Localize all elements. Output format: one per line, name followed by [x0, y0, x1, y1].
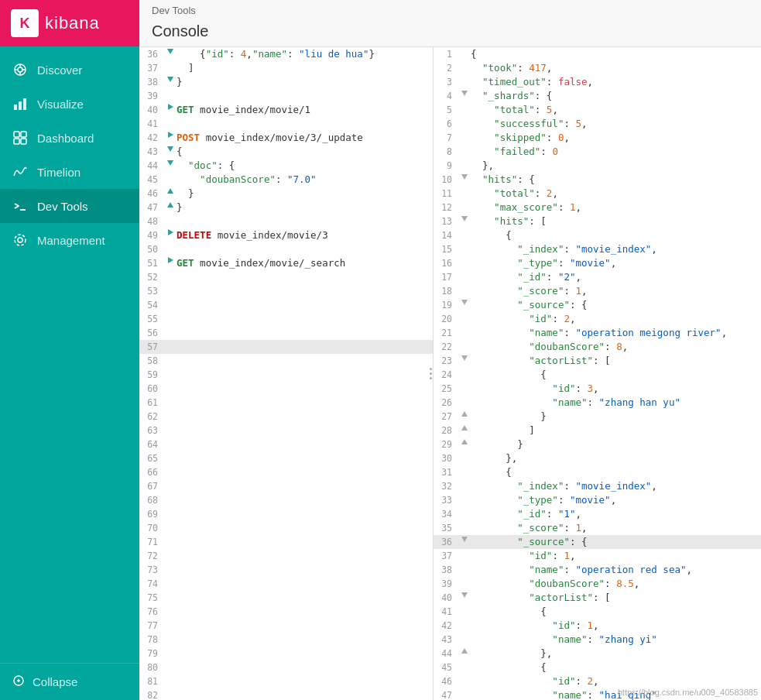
panel-divider[interactable]: [427, 359, 434, 389]
response-panel[interactable]: 1{2 "took": 417,3 "timed_out": false,4 "…: [434, 47, 761, 700]
gutter-icon[interactable]: [164, 256, 177, 264]
response-gutter-icon[interactable]: [458, 647, 471, 654]
response-line-number: 34: [434, 507, 458, 521]
response-line-content: {: [471, 228, 761, 242]
line-number: 76: [139, 605, 164, 619]
editor-line: 57: [139, 340, 433, 354]
gutter-icon[interactable]: [164, 145, 177, 153]
gutter-icon[interactable]: [164, 228, 177, 236]
svg-marker-25: [168, 229, 173, 235]
response-line: 34 "_id": "1",: [434, 507, 761, 521]
response-line: 5 "total": 5,: [434, 103, 761, 117]
svg-marker-24: [167, 202, 173, 208]
svg-rect-7: [19, 101, 22, 110]
response-line: 28 ]: [434, 424, 761, 438]
response-gutter-icon[interactable]: [458, 298, 471, 306]
response-line-content: "hits": [: [471, 214, 761, 228]
sidebar-item-visualize[interactable]: Visualize: [0, 87, 139, 121]
response-line-number: 10: [434, 173, 458, 187]
svg-point-15: [15, 235, 26, 245]
response-line-number: 21: [434, 326, 458, 340]
response-line-number: 43: [434, 633, 458, 647]
response-line-content: "doubanScore": 8,: [471, 340, 761, 354]
response-line: 45 {: [434, 661, 761, 674]
editor-line: 81: [139, 674, 433, 688]
sidebar-item-management[interactable]: Management: [0, 223, 139, 257]
response-line-content: "timed_out": false,: [471, 75, 761, 89]
gutter-icon[interactable]: [164, 201, 177, 208]
response-line: 9 },: [434, 159, 761, 173]
response-gutter-icon[interactable]: [458, 89, 471, 97]
editor-line: 45 "doubanScore": "7.0": [139, 173, 433, 187]
response-line: 18 "_score": 1,: [434, 284, 761, 298]
editor-line: 68: [139, 493, 433, 507]
gutter-icon[interactable]: [164, 159, 177, 166]
response-line-content: {: [471, 368, 761, 382]
response-gutter-icon[interactable]: [458, 173, 471, 180]
line-number: 57: [139, 340, 164, 354]
editor-line: 51GET movie_index/movie/_search: [139, 256, 433, 270]
line-number: 48: [139, 214, 164, 228]
response-line-number: 41: [434, 605, 458, 619]
gutter-icon[interactable]: [164, 103, 177, 111]
response-gutter-icon[interactable]: [458, 410, 471, 417]
sidebar-item-timelion[interactable]: Timelion: [0, 155, 139, 189]
line-number: 62: [139, 410, 164, 424]
editor-line: 53: [139, 284, 433, 298]
response-gutter-icon[interactable]: [458, 424, 471, 431]
line-number: 60: [139, 382, 164, 396]
gutter-icon[interactable]: [164, 47, 177, 55]
gutter-icon[interactable]: [164, 187, 177, 194]
response-line-number: 20: [434, 312, 458, 326]
response-line-number: 1: [434, 47, 458, 61]
response-line-number: 32: [434, 479, 458, 493]
response-line-content: "id": 3,: [471, 382, 761, 396]
logo-area: K kibana: [0, 0, 139, 46]
response-gutter-icon[interactable]: [458, 214, 471, 222]
editor-line: 38}: [139, 75, 433, 89]
line-number: 45: [139, 173, 164, 187]
response-line-content: }: [471, 438, 761, 451]
gutter-icon[interactable]: [164, 75, 177, 83]
response-line: 35 "_score": 1,: [434, 521, 761, 535]
response-gutter-icon[interactable]: [458, 591, 471, 599]
response-gutter-icon[interactable]: [458, 354, 471, 362]
response-line-number: 45: [434, 661, 458, 674]
response-line: 12 "max_score": 1,: [434, 201, 761, 214]
editor-line: 74: [139, 577, 433, 591]
editor-code-area[interactable]: 36 {"id": 4,"name": "liu de hua"}37 ]38}…: [139, 47, 433, 700]
svg-marker-28: [461, 174, 468, 180]
line-content: GET movie_index/movie/_search: [177, 256, 433, 270]
response-line: 21 "name": "operation meigong river",: [434, 326, 761, 340]
svg-marker-32: [461, 411, 468, 417]
response-line-content: "name": "zhang han yu": [471, 396, 761, 410]
response-gutter-icon[interactable]: [458, 535, 471, 543]
response-line: 37 "id": 1,: [434, 549, 761, 563]
line-number: 61: [139, 396, 164, 410]
response-line-content: "name": "operation meigong river",: [471, 326, 761, 340]
line-number: 73: [139, 563, 164, 577]
sidebar-item-discover[interactable]: Discover: [0, 53, 139, 87]
dashboard-icon: [12, 130, 28, 146]
editor-line: 61: [139, 396, 433, 410]
editor-line: 40GET movie_index/movie/1: [139, 103, 433, 117]
response-line: 16 "_type": "movie",: [434, 256, 761, 270]
line-number: 66: [139, 465, 164, 479]
response-line-number: 2: [434, 61, 458, 75]
response-line-content: ]: [471, 424, 761, 438]
response-line-content: "name": "operation red sea",: [471, 563, 761, 577]
editor-line: 70: [139, 521, 433, 535]
response-gutter-icon[interactable]: [458, 438, 471, 445]
sidebar-item-devtools[interactable]: Dev Tools: [0, 189, 139, 223]
sidebar-item-dashboard[interactable]: Dashboard: [0, 121, 139, 155]
response-line-number: 18: [434, 284, 458, 298]
svg-marker-27: [461, 91, 468, 96]
response-line-content: "id": 2,: [471, 312, 761, 326]
response-line-number: 14: [434, 228, 458, 242]
collapse-button[interactable]: Collapse: [0, 663, 139, 700]
editor-line: 41: [139, 117, 433, 131]
management-icon: [12, 232, 28, 248]
gutter-icon[interactable]: [164, 131, 177, 139]
line-number: 59: [139, 368, 164, 382]
svg-rect-11: [14, 139, 19, 144]
